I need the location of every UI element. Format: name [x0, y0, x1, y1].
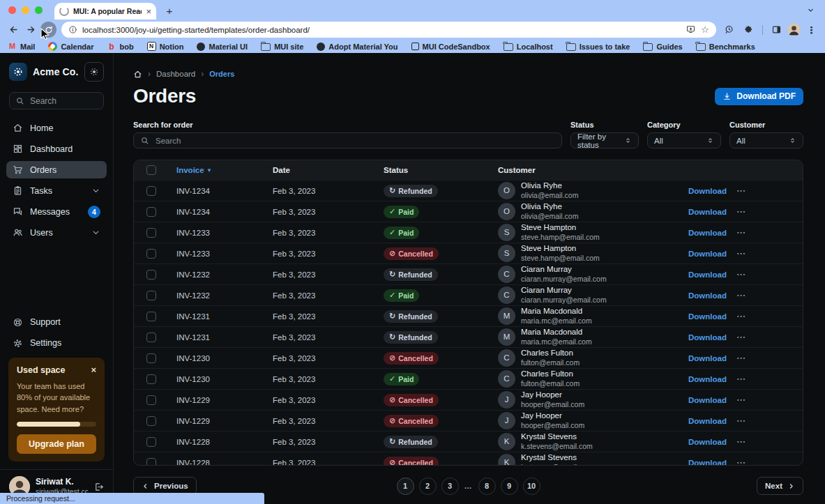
- bookmark[interactable]: Localhost: [504, 42, 553, 51]
- download-pdf-button[interactable]: Download PDF: [715, 88, 803, 105]
- install-app-icon[interactable]: [686, 24, 696, 35]
- bookmark[interactable]: Adopt Material You: [317, 43, 398, 51]
- row-menu-icon[interactable]: ⋯: [736, 436, 746, 447]
- bookmark[interactable]: bob: [107, 42, 133, 51]
- row-menu-icon[interactable]: ⋯: [736, 332, 746, 342]
- next-page-button[interactable]: Next: [757, 477, 803, 495]
- row-menu-icon[interactable]: ⋯: [736, 248, 746, 259]
- theme-toggle-button[interactable]: [84, 62, 104, 82]
- reload-button[interactable]: [40, 21, 57, 38]
- download-link[interactable]: Download: [688, 312, 727, 321]
- download-link[interactable]: Download: [688, 291, 727, 300]
- download-link[interactable]: Download: [688, 229, 727, 237]
- bookmark[interactable]: Benchmarks: [696, 42, 755, 51]
- row-checkbox[interactable]: [146, 249, 156, 259]
- sidebar-item-dashboard[interactable]: Dashboard: [6, 140, 107, 158]
- row-menu-icon[interactable]: ⋯: [736, 353, 746, 363]
- row-menu-icon[interactable]: ⋯: [736, 415, 746, 426]
- page-button[interactable]: 1: [397, 478, 414, 495]
- row-menu-icon[interactable]: ⋯: [736, 269, 746, 280]
- download-link[interactable]: Download: [688, 250, 727, 258]
- download-link[interactable]: Download: [688, 459, 727, 466]
- download-link[interactable]: Download: [688, 354, 727, 362]
- category-filter-select[interactable]: All: [647, 132, 721, 148]
- download-link[interactable]: Download: [688, 375, 727, 383]
- sidebar-item-settings[interactable]: Settings: [6, 335, 107, 352]
- page-button[interactable]: …: [464, 478, 474, 495]
- row-menu-icon[interactable]: ⋯: [736, 206, 746, 217]
- download-link[interactable]: Download: [688, 396, 727, 404]
- row-menu-icon[interactable]: ⋯: [736, 395, 746, 405]
- row-checkbox[interactable]: [146, 437, 156, 447]
- bookmark[interactable]: Mail: [8, 42, 35, 51]
- sidebar-item-tasks[interactable]: Tasks: [6, 182, 107, 199]
- row-checkbox[interactable]: [146, 416, 156, 426]
- browser-menu-icon[interactable]: ⋮: [803, 21, 820, 38]
- download-link[interactable]: Download: [688, 270, 727, 279]
- row-menu-icon[interactable]: ⋯: [736, 311, 746, 321]
- bookmark[interactable]: Issues to take: [566, 42, 630, 51]
- row-menu-icon[interactable]: ⋯: [736, 227, 746, 238]
- download-link[interactable]: Download: [688, 208, 727, 216]
- sidebar-item-users[interactable]: Users: [6, 224, 107, 241]
- upgrade-plan-button[interactable]: Upgrade plan: [17, 434, 96, 454]
- window-zoom-button[interactable]: [35, 6, 43, 14]
- row-checkbox[interactable]: [146, 374, 156, 384]
- row-menu-icon[interactable]: ⋯: [736, 374, 746, 384]
- status-filter-select[interactable]: Filter by status: [570, 132, 639, 148]
- bookmark[interactable]: Material UI: [197, 43, 248, 51]
- bookmark[interactable]: Notion: [147, 42, 184, 51]
- home-icon[interactable]: [133, 70, 142, 79]
- bookmark[interactable]: Guides: [643, 42, 682, 51]
- site-info-icon[interactable]: [68, 25, 77, 34]
- logout-button[interactable]: [93, 482, 104, 492]
- page-button[interactable]: 10: [523, 478, 540, 495]
- sidebar-search[interactable]: [9, 92, 104, 109]
- privacy-check-icon[interactable]: [720, 21, 738, 38]
- row-checkbox[interactable]: [146, 395, 156, 405]
- row-checkbox[interactable]: [146, 270, 156, 280]
- download-link[interactable]: Download: [688, 417, 727, 425]
- breadcrumb-dashboard[interactable]: Dashboard: [156, 70, 195, 78]
- page-button[interactable]: 3: [441, 478, 459, 495]
- row-checkbox[interactable]: [146, 291, 156, 300]
- sidebar-search-input[interactable]: [29, 96, 94, 107]
- bookmark[interactable]: Calendar: [48, 42, 93, 51]
- window-close-button[interactable]: [8, 6, 16, 14]
- customer-filter-select[interactable]: All: [729, 132, 803, 148]
- row-menu-icon[interactable]: ⋯: [736, 290, 746, 300]
- browser-profile-avatar[interactable]: [787, 23, 801, 36]
- sidebar-item-messages[interactable]: Messages 4: [6, 203, 107, 220]
- tab-search-button[interactable]: [803, 4, 818, 15]
- bookmark[interactable]: MUI site: [261, 42, 303, 51]
- row-checkbox[interactable]: [146, 458, 156, 466]
- page-button[interactable]: 8: [478, 478, 496, 495]
- address-bar[interactable]: localhost:3000/joy-ui/getting-started/te…: [61, 22, 716, 38]
- download-link[interactable]: Download: [688, 333, 727, 342]
- new-tab-button[interactable]: +: [162, 3, 177, 18]
- row-checkbox[interactable]: [146, 312, 156, 321]
- order-search-input[interactable]: [154, 136, 555, 146]
- close-icon[interactable]: ×: [91, 365, 96, 374]
- row-checkbox[interactable]: [146, 333, 156, 342]
- row-checkbox[interactable]: [146, 228, 156, 238]
- row-checkbox[interactable]: [146, 186, 156, 196]
- column-invoice[interactable]: Invoice ▾: [168, 166, 264, 174]
- back-button[interactable]: [5, 21, 22, 38]
- sidebar-item-support[interactable]: Support: [6, 314, 107, 331]
- order-search[interactable]: [133, 132, 562, 148]
- bookmark[interactable]: MUI CodeSandbox: [411, 43, 490, 51]
- row-menu-icon[interactable]: ⋯: [736, 185, 746, 196]
- page-button[interactable]: 2: [419, 478, 437, 495]
- browser-tab[interactable]: MUI: A popular React UI fram ×: [54, 3, 156, 20]
- sidebar-item-orders[interactable]: Orders: [6, 161, 107, 178]
- row-menu-icon[interactable]: ⋯: [736, 457, 746, 466]
- window-minimize-button[interactable]: [22, 6, 29, 14]
- bookmark-star-icon[interactable]: ☆: [701, 24, 709, 35]
- row-checkbox[interactable]: [146, 207, 156, 217]
- row-checkbox[interactable]: [146, 353, 156, 363]
- download-link[interactable]: Download: [688, 187, 727, 195]
- sidebar-item-home[interactable]: Home: [6, 119, 107, 137]
- select-all-checkbox[interactable]: [146, 165, 156, 175]
- forward-button[interactable]: [22, 21, 40, 38]
